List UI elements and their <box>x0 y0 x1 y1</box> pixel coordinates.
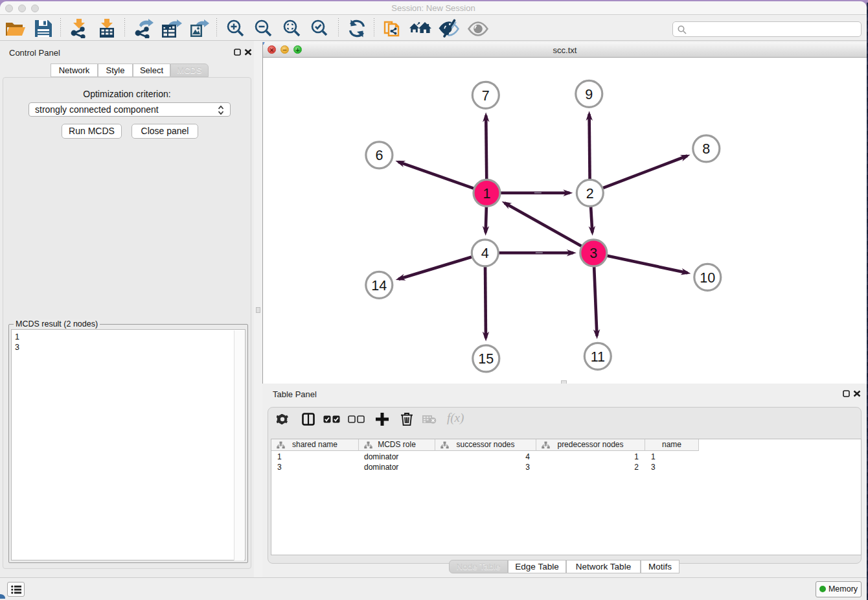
svg-text:15: 15 <box>478 351 494 367</box>
svg-text:11: 11 <box>591 349 605 365</box>
svg-text:10: 10 <box>700 270 715 286</box>
svg-text:8: 8 <box>702 141 710 157</box>
svg-text:7: 7 <box>482 88 490 104</box>
svg-text:6: 6 <box>375 148 383 163</box>
svg-text:4: 4 <box>481 246 489 261</box>
svg-text:2: 2 <box>586 186 594 202</box>
svg-text:1: 1 <box>483 186 491 202</box>
svg-text:14: 14 <box>371 278 387 294</box>
svg-text:9: 9 <box>585 87 593 102</box>
svg-text:3: 3 <box>589 246 597 261</box>
